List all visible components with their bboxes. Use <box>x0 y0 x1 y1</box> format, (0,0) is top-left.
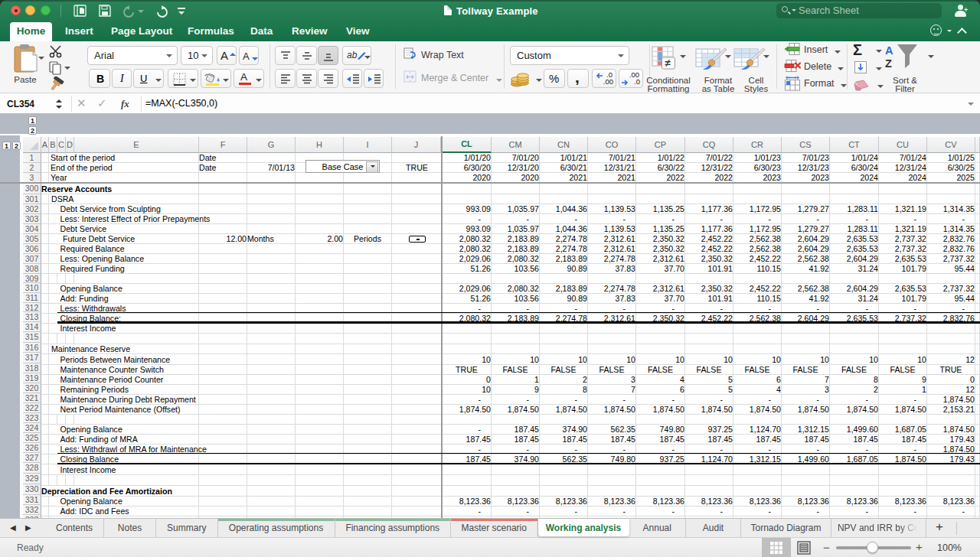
svg-text:Z: Z <box>885 57 892 70</box>
svg-text:A: A <box>885 44 893 57</box>
svg-text:≠: ≠ <box>665 57 671 69</box>
